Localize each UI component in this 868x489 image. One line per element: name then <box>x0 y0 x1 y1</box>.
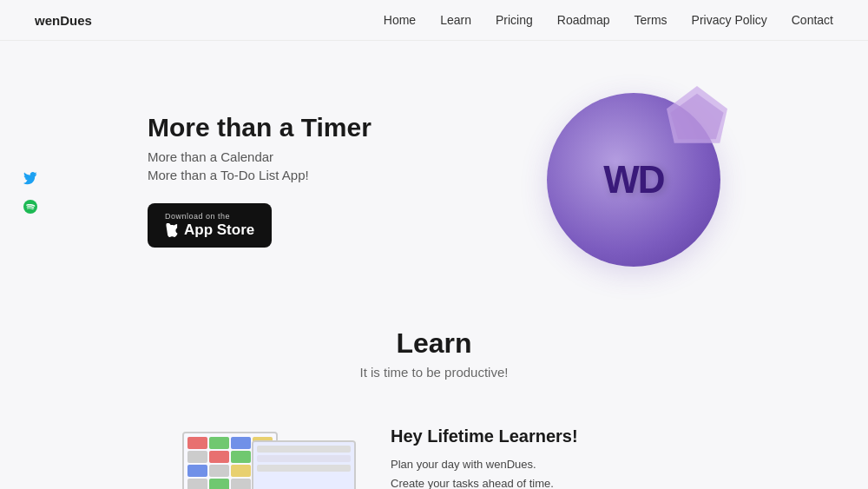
learn-section: Learn It is time to be productive! <box>0 301 868 423</box>
nav-terms[interactable]: Terms <box>634 13 667 27</box>
appstore-button[interactable]: Download on the App Store <box>148 203 272 248</box>
nav-roadmap[interactable]: Roadmap <box>557 13 610 27</box>
apple-icon <box>165 223 179 237</box>
hero-subtitle2: More than a To-Do List App! <box>148 168 495 182</box>
nav-links: Home Learn Pricing Roadmap Terms Privacy… <box>384 12 833 28</box>
hero-section: More than a Timer More than a Calendar M… <box>0 41 868 301</box>
appstore-download-text: Download on the <box>165 212 230 221</box>
device-laptop <box>252 440 356 489</box>
logo-shape: WD <box>556 102 712 258</box>
learn-content-title: Hey Lifetime Learners! <box>391 426 686 446</box>
learn-text-block: Hey Lifetime Learners! Plan your day wit… <box>391 426 686 489</box>
poly-decoration <box>667 86 727 147</box>
nav-privacy[interactable]: Privacy Policy <box>692 13 767 27</box>
nav-learn[interactable]: Learn <box>440 13 471 27</box>
appstore-main-text: App Store <box>165 221 254 239</box>
laptop-screen <box>253 442 354 489</box>
logo-letters: WD <box>603 158 663 202</box>
hero-text: More than a Timer More than a Calendar M… <box>148 113 495 248</box>
hero-subtitle1: More than a Calendar <box>148 149 495 164</box>
learn-line-1: Plan your day with wenDues. <box>391 455 686 474</box>
nav-pricing[interactable]: Pricing <box>496 13 533 27</box>
hero-headline: More than a Timer <box>148 113 495 142</box>
hero-logo: WD <box>547 93 720 267</box>
learn-title: Learn <box>35 327 833 360</box>
navbar: wenDues Home Learn Pricing Roadmap Terms… <box>0 0 868 41</box>
learn-content: Hey Lifetime Learners! Plan your day wit… <box>0 423 868 489</box>
learn-line-2: Create your tasks ahead of time. <box>391 474 686 489</box>
nav-home[interactable]: Home <box>384 13 416 27</box>
learn-devices-image <box>182 423 356 489</box>
learn-subtitle: It is time to be productive! <box>35 365 833 380</box>
nav-contact[interactable]: Contact <box>792 13 833 27</box>
nav-brand[interactable]: wenDues <box>35 13 92 28</box>
